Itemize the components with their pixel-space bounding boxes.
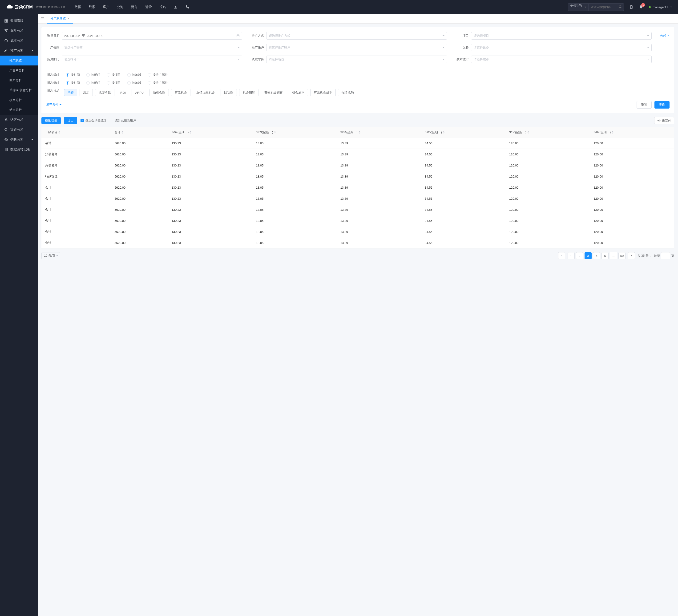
main: 推广总预览 ✕ 选择日期 2021-03-02 至 2021-03-16 推广方… xyxy=(38,14,678,616)
metric-tag-1[interactable]: 流水 xyxy=(80,89,93,96)
mobile-icon[interactable] xyxy=(630,5,633,9)
account-select[interactable]: 请选择推广账户 xyxy=(266,44,447,51)
metric-tag-5[interactable]: 新机会数 xyxy=(149,89,169,96)
reset-button[interactable]: 重置 xyxy=(637,101,652,109)
col-header-4[interactable]: 3/04(星期一) xyxy=(337,127,421,138)
metric-tag-7[interactable]: 反馈无效机会 xyxy=(193,89,218,96)
radio-按时间[interactable]: 按时间 xyxy=(66,73,80,77)
page-ellipsis: ··· xyxy=(610,252,617,259)
col-header-0[interactable]: 一级项目 xyxy=(41,127,111,138)
nav-pool[interactable]: 公海 xyxy=(117,5,124,9)
sidebar-item-3-0[interactable]: 推广总览 xyxy=(0,56,38,66)
radio-按项目[interactable]: 按项目 xyxy=(107,81,121,85)
sidebar-group-4[interactable]: 访客分析 xyxy=(0,115,38,125)
province-select[interactable]: 请选择省份 xyxy=(266,56,447,63)
expand-conditions-link[interactable]: 展开条件 xyxy=(46,103,62,107)
col-header-1[interactable]: 合计 xyxy=(111,127,167,138)
col-header-5[interactable]: 3/05(星期一) xyxy=(421,127,505,138)
metric-tag-11[interactable]: 机会成本 xyxy=(289,89,308,96)
bell-icon[interactable]: 5 xyxy=(639,5,643,9)
col-header-6[interactable]: 3/06(星期一) xyxy=(505,127,590,138)
metric-tag-12[interactable]: 有效机会成本 xyxy=(310,89,336,96)
menu-icon[interactable] xyxy=(40,17,44,21)
page-5[interactable]: 5 xyxy=(601,252,608,259)
prev-page-button[interactable] xyxy=(558,252,565,259)
metric-tag-13[interactable]: 报名成功 xyxy=(338,89,357,96)
method-select[interactable]: 请选择推广方式 xyxy=(266,32,447,40)
sidebar-group-6[interactable]: 销售分析 xyxy=(0,135,38,145)
query-button[interactable]: 查询 xyxy=(654,101,670,109)
date-range-input[interactable]: 2021-03-02 至 2021-03-16 xyxy=(62,32,242,40)
collapse-link[interactable]: 收起 xyxy=(660,34,670,38)
radio-按项目[interactable]: 按项目 xyxy=(107,73,121,77)
user-menu[interactable]: manager11 xyxy=(649,5,672,9)
nav-ops[interactable]: 运营 xyxy=(145,5,152,9)
logo[interactable]: 云朵CRM 教育机构一站 式服务云平台 xyxy=(6,3,65,11)
project-select[interactable]: 请选择项目 xyxy=(471,32,652,40)
page-last[interactable]: 50 xyxy=(618,252,626,259)
nav-customers[interactable]: 客户 xyxy=(103,5,110,9)
metric-tag-10[interactable]: 有效机会销转 xyxy=(261,89,286,96)
dept-select[interactable]: 请选择部门 xyxy=(62,56,242,63)
sidebar-item-3-3[interactable]: 关键词/创意分析 xyxy=(0,85,38,95)
deleted-checkbox[interactable]: 统计已删除用户 xyxy=(110,118,136,123)
sidebar-group-7[interactable]: 数据流转记录 xyxy=(0,145,38,154)
page-size-select[interactable]: 10 条/页 xyxy=(41,252,60,259)
sidebar-group-3[interactable]: 推广分析 xyxy=(0,46,38,56)
settings-columns-button[interactable]: 设置列 xyxy=(654,117,674,124)
switch-axis-button[interactable]: 横纵切换 xyxy=(41,117,61,124)
metric-tag-0[interactable]: 消费 xyxy=(64,89,77,96)
metric-tag-2[interactable]: 成交单数 xyxy=(95,89,114,96)
svg-rect-8 xyxy=(6,21,7,22)
sidebar-item-3-2[interactable]: 账户分析 xyxy=(0,75,38,85)
funnel-icon xyxy=(4,29,8,33)
search-type-select[interactable]: 手机号码 xyxy=(568,3,589,11)
radio-按地域[interactable]: 按地域 xyxy=(127,73,141,77)
radio-按推广属性[interactable]: 按推广属性 xyxy=(148,81,168,85)
metric-tag-4[interactable]: ARPU xyxy=(131,89,147,96)
search-icon[interactable] xyxy=(619,5,622,8)
sidebar-group-0[interactable]: 数据看版 xyxy=(0,16,38,26)
sidebar-item-3-1[interactable]: 广告商分析 xyxy=(0,66,38,75)
jump-page-input[interactable] xyxy=(661,252,670,259)
radio-按时间[interactable]: 按时间 xyxy=(66,81,80,85)
page-4[interactable]: 4 xyxy=(593,252,600,259)
sidebar-group-5[interactable]: 渠道分析 xyxy=(0,125,38,135)
radio-按地域[interactable]: 按地域 xyxy=(127,81,141,85)
advertiser-select[interactable]: 请选择广告商 xyxy=(62,44,242,51)
sidebar-group-2[interactable]: 成本分析 xyxy=(0,36,38,46)
close-icon[interactable]: ✕ xyxy=(68,17,70,20)
metric-tag-6[interactable]: 有效机会 xyxy=(171,89,190,96)
radio-按推广属性[interactable]: 按推广属性 xyxy=(148,73,168,77)
next-page-button[interactable] xyxy=(628,252,635,259)
page-2[interactable]: 2 xyxy=(576,252,583,259)
nav-finance[interactable]: 财务 xyxy=(131,5,138,9)
radio-按部门[interactable]: 按部门 xyxy=(86,73,100,77)
svg-rect-5 xyxy=(5,20,6,21)
sidebar-item-3-5[interactable]: 站点分析 xyxy=(0,105,38,115)
cash-checkbox[interactable]: 按现金消费统计 xyxy=(80,118,107,123)
metric-tag-8[interactable]: 回访数 xyxy=(221,89,237,96)
metric-tag-9[interactable]: 机会销转 xyxy=(239,89,259,96)
col-header-3[interactable]: 3/03(星期一) xyxy=(252,127,337,138)
nav-leads[interactable]: 线索 xyxy=(89,5,96,9)
col-header-7[interactable]: 3/07(星期一) xyxy=(590,127,674,138)
phone-icon[interactable] xyxy=(185,5,190,9)
sidebar-group-1[interactable]: 漏斗分析 xyxy=(0,26,38,36)
layers-icon xyxy=(4,148,8,151)
metric-tag-3[interactable]: ROI xyxy=(117,89,129,96)
cell: 13.89 xyxy=(337,149,421,160)
nav-signup[interactable]: 报名 xyxy=(159,5,166,9)
device-select[interactable]: 请选择设备 xyxy=(471,44,652,51)
tab-overview[interactable]: 推广总预览 ✕ xyxy=(47,14,73,24)
user-icon[interactable] xyxy=(174,5,178,9)
radio-按部门[interactable]: 按部门 xyxy=(86,81,100,85)
page-3[interactable]: 3 xyxy=(585,252,592,259)
topnav: 云朵CRM 教育机构一站 式服务云平台 数据 线索 客户 公海 财务 运营 报名… xyxy=(0,0,678,14)
nav-data[interactable]: 数据 xyxy=(75,5,81,9)
city-select[interactable]: 请选择城市 xyxy=(471,56,652,63)
export-button[interactable]: 导出 xyxy=(64,117,77,124)
sidebar-item-3-4[interactable]: 项目分析 xyxy=(0,95,38,105)
page-1[interactable]: 1 xyxy=(568,252,575,259)
col-header-2[interactable]: 3/02(星期一) xyxy=(167,127,252,138)
